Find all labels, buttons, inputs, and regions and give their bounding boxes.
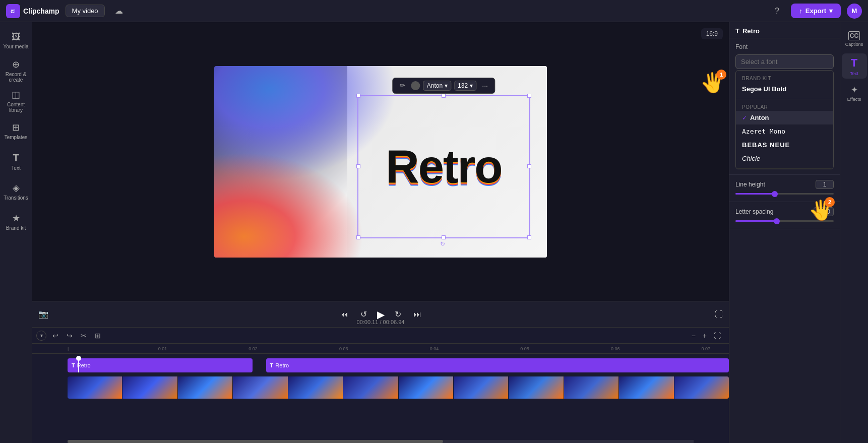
resize-handle-tr[interactable] [527, 94, 531, 98]
font-option-chicle[interactable]: Chicle [736, 152, 833, 165]
resize-handle-ml[interactable] [356, 164, 360, 168]
font-option-azeret[interactable]: Azeret Mono [736, 124, 833, 138]
popular-label: Popular [736, 102, 833, 111]
smoke-orange [214, 152, 364, 258]
letter-spacing-slider-thumb[interactable] [774, 218, 780, 224]
fullscreen-button[interactable]: ⛶ [715, 310, 723, 319]
camera-button[interactable]: 📷 [38, 309, 48, 319]
text-panel-button[interactable]: T Text [842, 53, 867, 79]
app-name: Clipchamp [23, 7, 59, 15]
video-track-content[interactable] [68, 376, 729, 399]
thumb-7 [399, 376, 453, 399]
export-icon: ↑ [799, 7, 802, 15]
sidebar-item-templates[interactable]: ⊞ Templates [2, 117, 30, 145]
sidebar-label-transitions: Transitions [4, 195, 28, 201]
font-option-segoe[interactable]: Segoe UI Bold [736, 82, 833, 96]
line-height-slider-thumb[interactable] [772, 191, 778, 197]
bebas-name: BEBAS NEUE [742, 141, 790, 149]
font-selector[interactable]: Anton ▾ [423, 81, 451, 91]
font-section: Font Brand kit Segoe UI Bold Popular ✓ A… [729, 38, 840, 175]
line-height-slider-fill [735, 193, 775, 195]
zoom-in-button[interactable]: + [701, 331, 709, 341]
video-clip[interactable] [68, 376, 729, 399]
font-size-display: 132 [458, 82, 468, 89]
text-track-content[interactable]: T Retro T Retro [68, 358, 729, 372]
thumb-10 [564, 376, 618, 399]
scrollbar-thumb[interactable] [68, 440, 443, 443]
letter-spacing-label: Letter spacing [735, 208, 773, 215]
font-option-anton[interactable]: ✓ Anton [736, 111, 833, 124]
timeline-tracks: T Retro T Retro [32, 354, 729, 440]
playhead[interactable] [78, 358, 79, 372]
ruler-mark-3: 0:03 [339, 346, 348, 351]
sidebar-item-your-media[interactable]: 🖼 Your media [2, 26, 30, 54]
sidebar-item-transitions[interactable]: ◈ Transitions [2, 177, 30, 206]
brand-kit-label: Brand kit [736, 74, 833, 82]
thumb-6 [343, 376, 398, 399]
sidebar-item-brand-kit[interactable]: ★ Brand kit [2, 208, 30, 236]
app-logo: C Clipchamp [6, 4, 59, 18]
line-height-value[interactable]: 1 [816, 180, 834, 189]
font-option-bebas[interactable]: BEBAS NEUE [736, 138, 833, 152]
font-label: Font [735, 43, 834, 50]
video-title[interactable]: My video [66, 5, 105, 17]
font-dropdown: Brand kit Segoe UI Bold Popular ✓ Anton … [735, 70, 834, 169]
skip-back-button[interactable]: ⏮ [338, 308, 350, 321]
font-search-input[interactable] [735, 54, 834, 69]
user-avatar[interactable]: M [847, 4, 862, 19]
add-track-button[interactable]: ⊞ [93, 331, 103, 341]
sidebar-item-content-library[interactable]: ◫ Content library [2, 87, 30, 115]
play-button[interactable]: ▶ [377, 308, 385, 321]
resize-handle-mr[interactable] [527, 164, 531, 168]
resize-handle-bc[interactable] [442, 235, 446, 239]
sidebar-item-text[interactable]: T Text [2, 147, 30, 175]
sidebar-item-record-create[interactable]: ⊕ Record & create [2, 56, 30, 85]
media-icon: 🖼 [12, 32, 21, 42]
popular-section: Popular ✓ Anton Azeret Mono BEBAS NEUE C… [736, 99, 833, 169]
right-panel: T Retro Font Brand kit Segoe UI Bold Pop… [729, 22, 840, 443]
text-clip-1[interactable]: T Retro [68, 358, 253, 372]
line-height-section: Line height 1 [729, 175, 840, 202]
cut-button[interactable]: ✂ [79, 331, 89, 341]
letter-spacing-slider-track[interactable] [735, 220, 834, 222]
letter-spacing-value: I↔I 0 [814, 207, 834, 216]
text-clip-2[interactable]: T Retro [266, 358, 729, 372]
text-selection-box[interactable]: ✏ Anton ▾ 132 ▾ ··· [357, 95, 530, 238]
aspect-ratio-display: 16:9 [701, 28, 723, 39]
undo-button[interactable]: ↩ [50, 331, 60, 341]
edit-icon[interactable]: ✏ [397, 80, 408, 91]
left-sidebar: 🖼 Your media ⊕ Record & create ◫ Content… [0, 22, 32, 443]
text-nav-icon: T [13, 152, 19, 164]
save-icon-button[interactable]: ☁ [111, 3, 127, 19]
rotate-handle[interactable]: ↻ [440, 240, 447, 247]
line-height-row: Line height 1 [735, 180, 834, 189]
resize-handle-br[interactable] [527, 235, 531, 239]
ruler-mark-5: 0:05 [520, 346, 529, 351]
sidebar-label-content: Content library [2, 102, 30, 113]
redo-button[interactable]: ↪ [65, 331, 75, 341]
resize-handle-bl[interactable] [356, 235, 360, 239]
timeline-collapse-button[interactable]: ▾ [36, 331, 46, 341]
zoom-out-button[interactable]: − [690, 331, 698, 341]
library-icon: ◫ [12, 89, 20, 100]
timeline-scrollbar[interactable] [68, 440, 694, 443]
preview-area: 16:9 ✏ Anton ▾ [32, 22, 729, 301]
timeline-ruler: | 0:01 0:02 0:03 0:04 0:05 0:06 0:07 [32, 344, 729, 354]
more-options-button[interactable]: ··· [479, 80, 490, 91]
export-button[interactable]: ↑ Export ▾ [791, 4, 841, 18]
captions-panel-button[interactable]: CC Captions [842, 26, 867, 51]
fit-button[interactable]: ⛶ [712, 331, 723, 341]
resize-handle-tl[interactable] [356, 94, 360, 98]
record-icon: ⊕ [12, 59, 20, 70]
skip-forward-button[interactable]: ⏭ [411, 308, 423, 321]
line-height-slider-track[interactable] [735, 193, 834, 195]
text-clip-icon-2: T [270, 362, 274, 368]
color-picker[interactable] [411, 81, 420, 90]
help-button[interactable]: ? [769, 3, 785, 19]
sidebar-label-brand-kit: Brand kit [6, 225, 26, 231]
font-size-selector[interactable]: 132 ▾ [454, 81, 476, 91]
effects-panel-button[interactable]: ✦ Effects [842, 81, 867, 106]
svg-text:C: C [11, 9, 14, 14]
current-time: 00:00.11 [357, 319, 379, 325]
resize-handle-tc[interactable] [442, 94, 446, 98]
